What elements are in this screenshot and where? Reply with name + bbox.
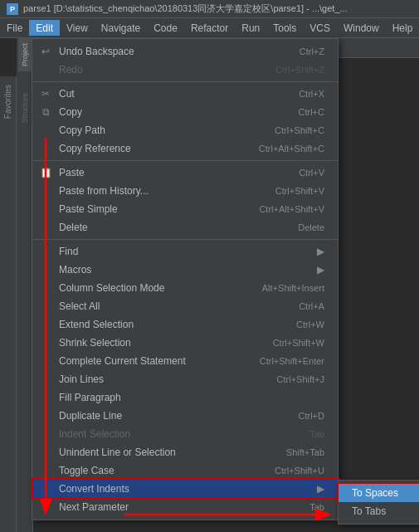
menu-run[interactable]: Run bbox=[235, 20, 266, 36]
menu-shrink-selection[interactable]: Shrink Selection Ctrl+Shift+W bbox=[32, 334, 338, 352]
menu-copy-path[interactable]: Copy Path Ctrl+Shift+C bbox=[32, 121, 338, 139]
menu-copy[interactable]: ⧉ Copy Ctrl+C bbox=[32, 103, 338, 121]
menu-refactor[interactable]: Refactor bbox=[184, 20, 235, 36]
menu-vcs[interactable]: VCS bbox=[303, 20, 337, 36]
menu-to-tabs[interactable]: To Tabs bbox=[339, 502, 419, 520]
favorites-bar: Favorites bbox=[0, 76, 17, 532]
favorites-label: Favorites bbox=[3, 85, 12, 119]
main-layout: Favorites Project Structure wuyong.py d,… bbox=[0, 38, 419, 532]
menu-to-spaces[interactable]: To Spaces bbox=[339, 484, 419, 502]
sidebar-tabs: Project Structure bbox=[17, 38, 33, 532]
menu-column-mode[interactable]: Column Selection Mode Alt+Shift+Insert bbox=[32, 279, 338, 297]
menu-bar: File Edit View Navigate Code Refactor Ru… bbox=[0, 18, 419, 38]
menu-edit[interactable]: Edit bbox=[29, 20, 60, 36]
copy-icon: ⧉ bbox=[37, 106, 54, 118]
menu-navigate[interactable]: Navigate bbox=[95, 20, 147, 36]
menu-delete[interactable]: Delete Delete bbox=[32, 218, 338, 237]
convert-arrow-icon: ▶ bbox=[317, 483, 324, 495]
menu-join-lines[interactable]: Join Lines Ctrl+Shift+J bbox=[32, 370, 338, 388]
menu-paste-history[interactable]: Paste from History... Ctrl+Shift+V bbox=[32, 182, 338, 200]
menu-help[interactable]: Help bbox=[386, 20, 419, 36]
menu-duplicate-line[interactable]: Duplicate Line Ctrl+D bbox=[32, 407, 338, 425]
menu-code[interactable]: Code bbox=[147, 20, 184, 36]
menu-unindent[interactable]: Unindent Line or Selection Shift+Tab bbox=[32, 443, 338, 461]
menu-find[interactable]: Find ▶ bbox=[32, 242, 338, 261]
dropdown-menu: ↩ Undo Backspace Ctrl+Z Redo Ctrl+Shift+… bbox=[32, 38, 339, 520]
separator-1 bbox=[32, 81, 338, 82]
macros-arrow-icon: ▶ bbox=[317, 264, 324, 276]
menu-copy-reference[interactable]: Copy Reference Ctrl+Alt+Shift+C bbox=[32, 139, 338, 158]
cut-icon: ✂ bbox=[37, 88, 54, 100]
sidebar-tab-project[interactable]: Project bbox=[18, 38, 32, 71]
separator-2 bbox=[32, 160, 338, 161]
menu-next-parameter[interactable]: Next Parameter Tab bbox=[32, 498, 338, 516]
find-arrow-icon: ▶ bbox=[317, 246, 324, 257]
menu-paste-simple[interactable]: Paste Simple Ctrl+Alt+Shift+V bbox=[32, 200, 338, 218]
menu-convert-indents[interactable]: Convert Indents ▶ To Spaces To Tabs bbox=[32, 480, 338, 498]
menu-undo-backspace[interactable]: ↩ Undo Backspace Ctrl+Z bbox=[32, 42, 338, 61]
menu-view[interactable]: View bbox=[60, 20, 95, 36]
menu-fill-paragraph[interactable]: Fill Paragraph bbox=[32, 388, 338, 407]
menu-cut[interactable]: ✂ Cut Ctrl+X bbox=[32, 85, 338, 103]
undo-icon: ↩ bbox=[37, 46, 54, 57]
menu-toggle-case[interactable]: Toggle Case Ctrl+Shift+U bbox=[32, 461, 338, 480]
menu-redo: Redo Ctrl+Shift+Z bbox=[32, 61, 338, 79]
menu-complete-statement[interactable]: Complete Current Statement Ctrl+Shift+En… bbox=[32, 352, 338, 370]
menu-tools[interactable]: Tools bbox=[266, 20, 303, 36]
menu-macros[interactable]: Macros ▶ bbox=[32, 261, 338, 279]
menu-select-all[interactable]: Select All Ctrl+A bbox=[32, 297, 338, 315]
paste-icon: 📋 bbox=[37, 167, 54, 178]
title-bar: P parse1 [D:\statistics_chenqichao\20180… bbox=[0, 0, 419, 18]
menu-window[interactable]: Window bbox=[337, 20, 386, 36]
menu-file[interactable]: File bbox=[0, 20, 29, 36]
menu-indent-selection: Indent Selection Tab bbox=[32, 425, 338, 443]
app-icon: P bbox=[7, 3, 18, 15]
title-text: parse1 [D:\statistics_chenqichao\2018031… bbox=[23, 2, 348, 15]
convert-indents-submenu: To Spaces To Tabs bbox=[338, 480, 419, 525]
separator-3 bbox=[32, 239, 338, 240]
sidebar-tab-structure[interactable]: Structure bbox=[18, 88, 32, 129]
menu-paste[interactable]: 📋 Paste Ctrl+V bbox=[32, 164, 338, 182]
menu-extend-selection[interactable]: Extend Selection Ctrl+W bbox=[32, 315, 338, 334]
